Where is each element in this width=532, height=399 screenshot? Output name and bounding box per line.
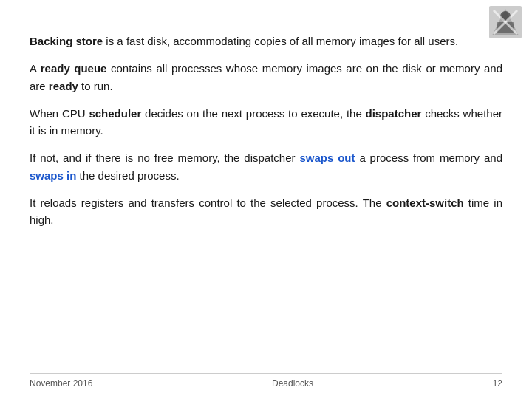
term-ready-queue: ready queue xyxy=(41,62,107,75)
paragraph-5: It reloads registers and transfers contr… xyxy=(30,194,502,229)
p4-c: the desired process. xyxy=(76,169,179,182)
p2-a: A xyxy=(30,62,41,75)
footer-title: Deadlocks xyxy=(272,378,313,389)
content-area: Backing store is a fast disk, accommodat… xyxy=(30,33,502,377)
paragraph-2: A ready queue contains all processes who… xyxy=(30,60,502,95)
p3-b: decides on the next process to execute, … xyxy=(141,107,365,120)
logo xyxy=(489,6,522,38)
paragraph-3: When CPU scheduler decides on the next p… xyxy=(30,105,502,140)
p1-text: is a fast disk, accommodating copies of … xyxy=(103,35,458,47)
term-scheduler: scheduler xyxy=(89,107,141,120)
footer-page: 12 xyxy=(493,378,502,389)
p3-a: When CPU xyxy=(30,107,89,120)
term-swaps-in: swaps in xyxy=(30,169,76,182)
p2-c: to run. xyxy=(78,80,113,92)
footer: November 2016 Deadlocks 12 xyxy=(30,373,502,389)
p5-a: It reloads registers and transfers contr… xyxy=(30,197,386,209)
slide: Backing store is a fast disk, accommodat… xyxy=(0,0,532,399)
p4-b: a process from memory and xyxy=(355,151,502,164)
footer-date: November 2016 xyxy=(30,378,92,389)
p4-a: If not, and if there is no free memory, … xyxy=(30,151,299,164)
term-backing-store: Backing store xyxy=(30,35,103,47)
term-swaps-out: swaps out xyxy=(299,151,355,164)
paragraph-1: Backing store is a fast disk, accommodat… xyxy=(30,33,502,50)
term-context-switch: context-switch xyxy=(386,197,464,209)
paragraph-4: If not, and if there is no free memory, … xyxy=(30,149,502,184)
term-ready: ready xyxy=(49,80,78,92)
term-dispatcher: dispatcher xyxy=(366,107,422,120)
